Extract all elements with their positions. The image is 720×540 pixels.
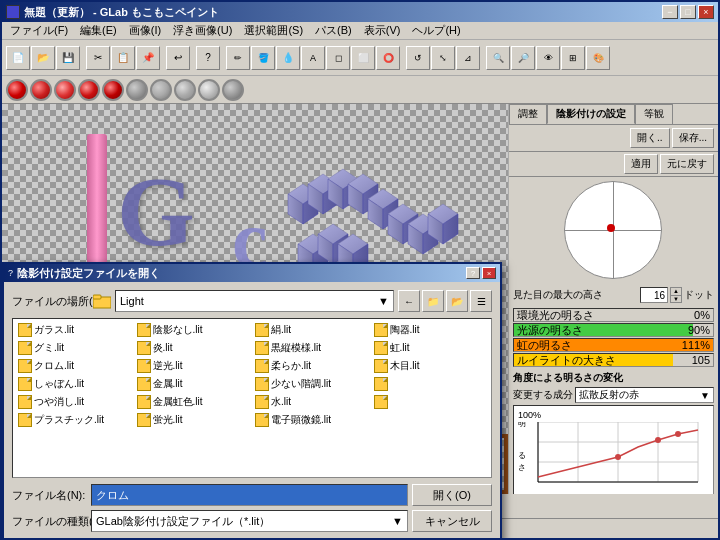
list-item[interactable]: クロム.lit (15, 357, 134, 375)
list-item[interactable]: 虹.lit (371, 339, 490, 357)
file-icon (374, 359, 388, 373)
dialog-cancel-btn[interactable]: キャンセル (412, 510, 492, 532)
file-icon (255, 323, 269, 337)
nav-view-btn[interactable]: ☰ (470, 290, 492, 312)
file-icon (374, 341, 388, 355)
file-name: 炎.lit (153, 341, 173, 355)
dialog-close-btn[interactable]: × (482, 267, 496, 279)
file-name: ガラス.lit (34, 323, 74, 337)
list-item[interactable]: 陰影なし.lit (134, 321, 253, 339)
list-item[interactable]: 絹.lit (252, 321, 371, 339)
file-icon (374, 377, 388, 391)
dialog-filetype-row: ファイルの種類(T): GLab陰影付け設定ファイル（*.lit） ▼ キャンセ… (12, 510, 492, 532)
dialog-overlay: ? 陰影付け設定ファイルを開く ? × ファイルの場所(I): (2, 2, 718, 538)
file-icon (255, 377, 269, 391)
list-item[interactable]: しゃぼん.lit (15, 375, 134, 393)
dialog-open-btn[interactable]: 開く(O) (412, 484, 492, 506)
dialog-title-text: 陰影付け設定ファイルを開く (17, 266, 160, 281)
file-name: 虹.lit (390, 341, 410, 355)
filetype-value: GLab陰影付け設定ファイル（*.lit） (96, 514, 270, 529)
dialog-location-area: Light ▼ (91, 290, 394, 312)
file-name: 逆光.lit (153, 359, 183, 373)
location-dropdown[interactable]: Light ▼ (115, 290, 394, 312)
file-name: 陶器.lit (390, 323, 420, 337)
nav-back-btn[interactable]: ← (398, 290, 420, 312)
list-item[interactable]: 木目.lit (371, 357, 490, 375)
list-item[interactable] (371, 411, 490, 429)
list-item[interactable]: 金属.lit (134, 375, 253, 393)
file-icon (137, 377, 151, 391)
file-icon (255, 359, 269, 373)
dialog-body: ファイルの場所(I): Light ▼ (4, 282, 500, 540)
list-item[interactable]: ガラス.lit (15, 321, 134, 339)
file-list[interactable]: ガラス.lit 陰影なし.lit 絹.lit 陶器.lit (12, 318, 492, 478)
file-name: クロム.lit (34, 359, 74, 373)
file-icon (137, 341, 151, 355)
nav-new-folder-btn[interactable]: 📂 (446, 290, 468, 312)
filetype-label: ファイルの種類(T): (12, 514, 87, 529)
file-name: 金属.lit (153, 377, 183, 391)
filetype-dropdown[interactable]: GLab陰影付け設定ファイル（*.lit） ▼ (91, 510, 408, 532)
list-item[interactable]: 電子顕微鏡.lit (252, 411, 371, 429)
list-item[interactable]: 逆光.lit (134, 357, 253, 375)
dialog-title-buttons: ? × (466, 267, 496, 279)
file-name: 蛍光.lit (153, 413, 183, 427)
file-name: プラスチック.lit (34, 413, 104, 427)
file-icon (137, 413, 151, 427)
file-name: つや消し.lit (34, 395, 84, 409)
dialog-location-label: ファイルの場所(I): (12, 294, 87, 309)
file-icon (137, 359, 151, 373)
file-name: しゃぼん.lit (34, 377, 84, 391)
list-item[interactable]: 炎.lit (134, 339, 253, 357)
list-item[interactable]: 少ない階調.lit (252, 375, 371, 393)
file-icon (18, 395, 32, 409)
file-icon (137, 395, 151, 409)
file-icon (255, 341, 269, 355)
dialog-title-left: ? 陰影付け設定ファイルを開く (8, 266, 160, 281)
main-window: 無題（更新） - GLab もこもこペイント − □ × ファイル(F) 編集(… (0, 0, 720, 540)
list-item[interactable]: 水.lit (252, 393, 371, 411)
file-icon (255, 395, 269, 409)
file-name: 黒縦模様.lit (271, 341, 321, 355)
filetype-arrow-icon: ▼ (392, 515, 403, 527)
folder-svg (93, 293, 111, 309)
file-icon (374, 395, 388, 409)
dialog-location-row: ファイルの場所(I): Light ▼ (12, 290, 492, 312)
dialog-nav-buttons: ← 📁 📂 ☰ (398, 290, 492, 312)
list-item[interactable]: 黒縦模様.lit (252, 339, 371, 357)
file-name: 木目.lit (390, 359, 420, 373)
filename-input[interactable] (91, 484, 408, 506)
file-icon (255, 413, 269, 427)
file-name: 絹.lit (271, 323, 291, 337)
file-icon (374, 323, 388, 337)
location-arrow-icon: ▼ (378, 295, 389, 307)
file-dialog: ? 陰影付け設定ファイルを開く ? × ファイルの場所(I): (2, 262, 502, 540)
location-value: Light (120, 295, 144, 307)
dialog-help-btn[interactable]: ? (466, 267, 480, 279)
list-item[interactable]: グミ.lit (15, 339, 134, 357)
list-item[interactable] (371, 375, 490, 393)
dialog-help-icon: ? (8, 268, 13, 278)
svg-rect-51 (93, 295, 101, 299)
file-icon (18, 377, 32, 391)
file-icon (18, 323, 32, 337)
dialog-title-bar: ? 陰影付け設定ファイルを開く ? × (4, 264, 500, 282)
list-item[interactable] (371, 393, 490, 411)
file-icon (137, 323, 151, 337)
list-item[interactable]: つや消し.lit (15, 393, 134, 411)
file-name: 陰影なし.lit (153, 323, 203, 337)
file-name: 電子顕微鏡.lit (271, 413, 331, 427)
dialog-filename-row: ファイル名(N): 開く(O) (12, 484, 492, 506)
list-item[interactable]: 金属虹色.lit (134, 393, 253, 411)
nav-up-btn[interactable]: 📁 (422, 290, 444, 312)
file-icon (18, 413, 32, 427)
file-name: 水.lit (271, 395, 291, 409)
file-name: 金属虹色.lit (153, 395, 203, 409)
file-icon (18, 341, 32, 355)
list-item[interactable]: プラスチック.lit (15, 411, 134, 429)
filename-label: ファイル名(N): (12, 488, 87, 503)
list-item[interactable]: 柔らか.lit (252, 357, 371, 375)
list-item[interactable]: 陶器.lit (371, 321, 490, 339)
list-item[interactable]: 蛍光.lit (134, 411, 253, 429)
file-name: グミ.lit (34, 341, 64, 355)
